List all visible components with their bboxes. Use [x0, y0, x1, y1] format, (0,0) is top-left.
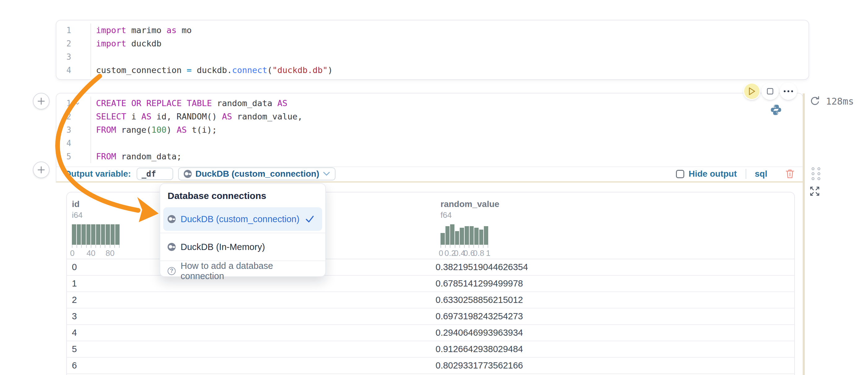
table-row[interactable]: 30.6973198243254273	[67, 308, 794, 325]
id-histogram	[72, 224, 120, 245]
fold-gutter	[71, 110, 90, 123]
delete-cell-button[interactable]	[785, 169, 795, 179]
code-line[interactable]: 3	[56, 50, 808, 63]
cell-id: 4	[67, 328, 436, 338]
python-editor[interactable]: 1import marimo as mo2import duckdb34cust…	[56, 24, 808, 77]
help-icon: ?	[167, 267, 176, 275]
cell-runtime-chip[interactable]: 128ms	[809, 95, 854, 107]
histogram-bar	[479, 230, 484, 245]
database-connections-menu: Database connections DuckDB (custom_conn…	[159, 183, 326, 277]
code-text	[90, 136, 96, 150]
code-text: SELECT i AS id, RANDOM() AS random_value…	[90, 110, 303, 123]
code-line[interactable]: 1import marimo as mo	[56, 24, 808, 37]
cell-random-value: 0.8029331773562166	[436, 361, 794, 371]
output-variable-input[interactable]	[136, 168, 173, 180]
language-toggle[interactable]: sql	[755, 169, 767, 179]
play-icon	[748, 87, 755, 95]
histogram-bar	[484, 226, 488, 245]
menu-item-2[interactable]: DuckDB (In-Memory)	[163, 235, 322, 259]
cell-more-actions-button[interactable]	[781, 83, 796, 99]
menu-item-1[interactable]: DuckDB (custom_connection)	[163, 207, 322, 231]
axis-tick-label: 1	[486, 248, 490, 258]
code-line[interactable]: 4custom_connection = duckdb.connect("duc…	[56, 63, 808, 77]
duckdb-icon	[167, 243, 176, 251]
expand-cell-button[interactable]	[809, 185, 820, 198]
table-row[interactable]: 40.2940646993963934	[67, 325, 794, 341]
axis-tick	[81, 245, 82, 248]
add-cell-button-top[interactable]	[33, 93, 50, 109]
line-number: 4	[56, 136, 71, 150]
axis-tick-label: 0.8	[473, 248, 484, 258]
menu-item-wrap: DuckDB (In-Memory)	[160, 233, 325, 259]
table-row[interactable]: 20.6330258856215012	[67, 292, 794, 308]
histogram-bar	[455, 231, 459, 245]
run-cell-button[interactable]	[744, 83, 760, 99]
id-histogram-axis-labels: 04080	[72, 248, 120, 258]
code-line[interactable]: 2import duckdb	[56, 37, 808, 50]
line-number: 4	[56, 63, 71, 77]
axis-tick-label: 40	[86, 248, 95, 258]
code-text: import duckdb	[90, 37, 161, 50]
cell-random-value: 0.2940646993963934	[436, 328, 794, 338]
connection-dropdown-button[interactable]: DuckDB (custom_connection)	[178, 167, 336, 180]
axis-tick	[100, 245, 101, 248]
code-text: custom_connection = duckdb.connect("duck…	[90, 63, 333, 77]
ellipsis-icon	[784, 90, 793, 92]
line-number: 2	[56, 37, 71, 50]
hide-output-label[interactable]: Hide output	[689, 169, 737, 179]
cell-drag-handle[interactable]	[812, 167, 820, 180]
duckdb-icon	[167, 215, 176, 223]
code-line[interactable]: 1CREATE OR REPLACE TABLE random_data AS	[56, 97, 803, 110]
fold-gutter	[71, 50, 90, 63]
code-line[interactable]: 2SELECT i AS id, RANDOM() AS random_valu…	[56, 110, 803, 123]
code-line[interactable]: 5FROM random_data;	[56, 150, 803, 163]
table-row[interactable]: 60.8029331773562166	[67, 358, 794, 374]
code-line[interactable]: 3FROM range(100) AS t(i);	[56, 123, 803, 136]
stop-icon	[767, 88, 774, 95]
axis-tick	[119, 245, 120, 248]
axis-tick	[455, 245, 455, 248]
axis-tick	[483, 245, 484, 248]
toolbar-divider	[746, 169, 746, 179]
sql-code-cell[interactable]: 1CREATE OR REPLACE TABLE random_data AS2…	[56, 93, 803, 182]
fold-gutter	[71, 123, 90, 136]
axis-tick	[469, 245, 469, 248]
python-logo-icon[interactable]	[770, 104, 782, 117]
python-code-cell[interactable]: 1import marimo as mo2import duckdb34cust…	[56, 20, 809, 80]
axis-tick	[114, 245, 115, 248]
column-header-random-value[interactable]: random_value f64 00.20.40.60.81	[436, 193, 794, 259]
fold-gutter	[71, 37, 90, 50]
menu-item-3[interactable]: ?How to add a database connection	[163, 263, 322, 279]
histogram-bar	[470, 226, 474, 245]
code-text	[90, 50, 96, 63]
histogram-bar	[82, 224, 86, 245]
code-text: CREATE OR REPLACE TABLE random_data AS	[90, 97, 287, 110]
stop-cell-button[interactable]	[763, 83, 778, 99]
code-line[interactable]: 4	[56, 136, 803, 150]
cell-random-value: 0.6973198243254273	[436, 311, 794, 321]
add-cell-button-bottom[interactable]	[33, 162, 50, 178]
column-type: f64	[440, 210, 794, 220]
cell-id: 6	[67, 361, 436, 371]
axis-tick-label: 80	[105, 248, 115, 258]
fold-gutter	[71, 150, 90, 163]
table-row[interactable]: 50.9126642938029484	[67, 341, 794, 358]
output-variable-label: Output variable:	[64, 169, 131, 179]
histogram-bar	[91, 224, 95, 245]
histogram-bar	[101, 224, 105, 245]
plus-icon	[37, 97, 45, 105]
histogram-bar	[111, 224, 115, 245]
fold-chevron-icon[interactable]	[71, 97, 90, 110]
marimo-notebook-page: 1import marimo as mo2import duckdb34cust…	[0, 0, 868, 375]
histogram-bar	[115, 224, 120, 245]
random-value-histogram-axis-labels: 00.20.40.60.81	[440, 248, 488, 258]
menu-item-label: How to add a database connection	[181, 261, 318, 281]
cell-id: 5	[67, 344, 436, 354]
menu-title: Database connections	[160, 188, 325, 205]
line-number: 3	[56, 123, 71, 136]
hide-output-checkbox[interactable]	[676, 170, 684, 178]
duckdb-icon	[184, 170, 192, 178]
id-histogram-axis	[72, 245, 120, 248]
sql-editor[interactable]: 1CREATE OR REPLACE TABLE random_data AS2…	[56, 94, 803, 167]
runtime-value: 128ms	[826, 96, 854, 107]
